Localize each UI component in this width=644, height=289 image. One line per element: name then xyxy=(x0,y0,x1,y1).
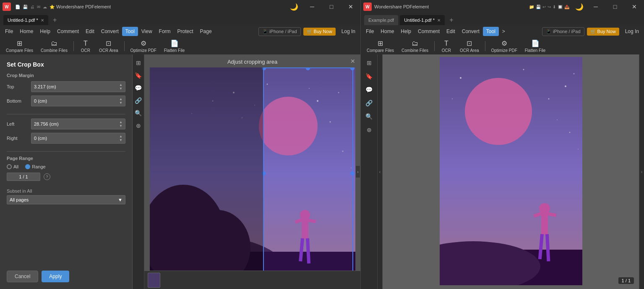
side-tool-panel[interactable]: ⊞ xyxy=(133,58,143,68)
left-spinners[interactable]: ▲ ▼ xyxy=(119,120,123,128)
info-icon[interactable]: ? xyxy=(44,173,50,180)
right-toolbar-icon5[interactable]: ⬇ xyxy=(553,5,556,9)
left-toolbar-icon5[interactable]: ☁ xyxy=(43,5,47,9)
left-buy-btn[interactable]: 🛒 Buy Now xyxy=(303,28,336,36)
left-toolbar-icon6[interactable]: ⭐ xyxy=(50,5,55,9)
left-toolbar-icon1[interactable]: 📄 xyxy=(15,5,20,9)
right-menu-tool[interactable]: Tool xyxy=(483,27,499,36)
left-maximize-btn[interactable]: □ xyxy=(322,0,341,13)
left-menu-form[interactable]: Form xyxy=(156,27,174,36)
left-login-btn[interactable]: Log In xyxy=(338,27,359,36)
left-menu-tool[interactable]: Tool xyxy=(122,27,138,36)
right-side-tool-link[interactable]: 🔗 xyxy=(364,98,374,108)
right-combine-icon: 🗂 xyxy=(412,40,418,47)
left-menu-help[interactable]: Help xyxy=(37,27,54,36)
radio-range[interactable]: Range xyxy=(25,164,45,169)
right-toolbar-icon6[interactable]: 🔲 xyxy=(558,5,563,9)
apply-button[interactable]: Apply xyxy=(42,271,69,282)
left-tool-ocr[interactable]: T OCR xyxy=(76,39,95,54)
side-tool-link[interactable]: 🔗 xyxy=(133,95,143,106)
right-menu-comment[interactable]: Comment xyxy=(415,27,443,36)
left-toolbar-icon2[interactable]: 💾 xyxy=(23,5,28,9)
right-menu-file[interactable]: File xyxy=(362,27,377,36)
right-expand-btn[interactable]: ‹ xyxy=(378,54,383,289)
left-collapse-btn[interactable]: › xyxy=(355,165,360,178)
right-input[interactable]: 0 (cm) ▲ ▼ xyxy=(31,133,125,144)
bottom-input[interactable]: 0 (cm) ▲ ▼ xyxy=(31,95,125,106)
right-menu-edit[interactable]: Edit xyxy=(443,27,459,36)
left-tab-untitled[interactable]: Untitled-1.pdf * ✕ xyxy=(3,15,48,25)
side-tool-bookmark[interactable]: 🔖 xyxy=(133,70,143,80)
subset-select[interactable]: All pages ▼ xyxy=(7,195,125,204)
left-menu-home[interactable]: Home xyxy=(16,27,37,36)
left-menu-edit[interactable]: Edit xyxy=(82,27,98,36)
right-tab-untitled[interactable]: Untitled-1.pdf * ✕ xyxy=(400,15,445,25)
bottom-spinners[interactable]: ▲ ▼ xyxy=(119,97,123,105)
right-maximize-btn[interactable]: □ xyxy=(605,0,625,13)
radio-all-circle[interactable] xyxy=(7,164,12,169)
right-side-tool-panel[interactable]: ⊞ xyxy=(364,58,374,68)
right-tab-example[interactable]: Example.pdf xyxy=(364,15,398,25)
side-tool-layers[interactable]: ⊛ xyxy=(133,121,143,131)
right-menu-home[interactable]: Home xyxy=(377,27,397,36)
right-toolbar-icon1[interactable]: 📁 xyxy=(529,5,534,9)
left-tool-combine[interactable]: 🗂 Combine Files xyxy=(37,39,71,54)
right-tool-flatten[interactable]: 📄 Flatten File xyxy=(521,38,549,54)
right-side-tool-bookmark[interactable]: 🔖 xyxy=(364,71,374,81)
left-tool-compare[interactable]: ⊞ Compare Files xyxy=(3,38,37,54)
right-side-tool-layers[interactable]: ⊛ xyxy=(364,125,374,135)
left-tool-ocr-area[interactable]: ⊡ OCR Area xyxy=(96,38,122,54)
right-iphone-btn[interactable]: 📱 iPhone / iPad xyxy=(542,27,584,36)
right-toolbar-icon3[interactable]: ↩ xyxy=(542,5,546,9)
left-tool-flatten[interactable]: 📄 Flatten File xyxy=(161,38,188,54)
thumbnail-item[interactable] xyxy=(148,273,160,288)
right-tool-ocr[interactable]: T OCR xyxy=(437,39,456,54)
left-input[interactable]: 28.756 (cm) ▲ ▼ xyxy=(31,119,125,129)
right-tab2-close[interactable]: ✕ xyxy=(437,18,441,23)
left-menu-convert[interactable]: Convert xyxy=(98,27,122,36)
left-add-tab[interactable]: + xyxy=(50,15,60,25)
right-menu-more[interactable]: > xyxy=(499,27,508,36)
right-toolbar-icon4[interactable]: ↪ xyxy=(548,5,551,9)
left-iphone-btn[interactable]: 📱 iPhone / iPad xyxy=(258,27,301,36)
radio-range-circle[interactable] xyxy=(25,164,30,169)
right-spinners[interactable]: ▲ ▼ xyxy=(119,134,123,142)
right-close-btn[interactable]: ✕ xyxy=(625,0,644,13)
left-menu-file[interactable]: File xyxy=(2,27,16,36)
dialog-title: Set Crop Box xyxy=(7,61,125,68)
right-toolbar-icon2[interactable]: 💾 xyxy=(536,5,541,9)
range-value-input[interactable]: 1 / 1 xyxy=(7,173,40,181)
left-menu-comment[interactable]: Comment xyxy=(54,27,82,36)
left-minimize-btn[interactable]: ─ xyxy=(302,0,322,13)
right-tool-ocr-area[interactable]: ⊡ OCR Area xyxy=(456,38,482,54)
right-side-collapse-btn[interactable]: › xyxy=(639,54,644,289)
left-menu-page[interactable]: Page xyxy=(197,27,215,36)
left-toolbar-icon3[interactable]: 🖨 xyxy=(30,5,34,9)
right-side-tool-comment[interactable]: 💬 xyxy=(364,85,374,95)
right-tool-optimize[interactable]: ⚙ Optimize PDF xyxy=(488,38,521,54)
left-toolbar-icon4[interactable]: ✉ xyxy=(37,5,40,9)
left-close-btn[interactable]: ✕ xyxy=(341,0,360,13)
right-login-btn[interactable]: Log In xyxy=(622,27,642,36)
svg-point-18 xyxy=(241,117,242,119)
top-spinners[interactable]: ▲ ▼ xyxy=(119,83,123,90)
right-tool-combine[interactable]: 🗂 Combine Files xyxy=(398,39,432,54)
right-buy-btn[interactable]: 🛒 Buy Now xyxy=(587,28,619,36)
right-moon-icon: 🌙 xyxy=(573,3,586,11)
left-tool-optimize[interactable]: ⚙ Optimize PDF xyxy=(127,38,160,54)
right-add-tab[interactable]: + xyxy=(446,15,456,25)
side-tool-comment[interactable]: 💬 xyxy=(133,83,143,93)
right-minimize-btn[interactable]: ─ xyxy=(586,0,605,13)
right-side-tool-search[interactable]: 🔍 xyxy=(364,111,374,121)
cancel-button[interactable]: Cancel xyxy=(7,271,38,282)
side-tool-search[interactable]: 🔍 xyxy=(133,108,143,118)
left-menu-protect[interactable]: Protect xyxy=(174,27,197,36)
left-menu-view[interactable]: View xyxy=(138,27,156,36)
right-toolbar-icon7[interactable]: 📤 xyxy=(564,5,569,9)
top-input[interactable]: 3.217 (cm) ▲ ▼ xyxy=(31,81,125,92)
left-tab-close[interactable]: ✕ xyxy=(41,18,44,23)
right-menu-convert[interactable]: Convert xyxy=(459,27,483,36)
right-tool-compare[interactable]: ⊞ Compare Files xyxy=(363,38,397,54)
radio-all[interactable]: All xyxy=(7,164,18,169)
right-menu-help[interactable]: Help xyxy=(397,27,415,36)
